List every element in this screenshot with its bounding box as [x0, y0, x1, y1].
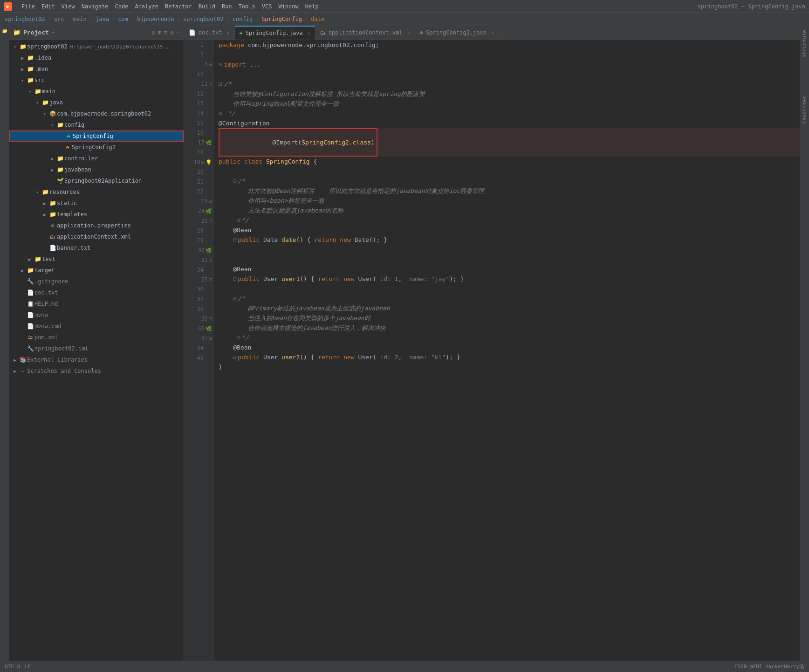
- project-icon[interactable]: 📁: [1, 27, 8, 34]
- tree-item-scratches[interactable]: ▶ ✏ Scratches and Consoles: [9, 365, 184, 377]
- tree-item-src[interactable]: ▾ 📁 src: [9, 75, 184, 86]
- expand-arrow: ▾: [26, 89, 34, 94]
- tree-item-main[interactable]: ▾ 📁 main: [9, 86, 184, 97]
- expand-icon[interactable]: ⊞: [158, 29, 161, 36]
- tree-item-templates[interactable]: ▶ 📁 templates: [9, 209, 184, 220]
- tree-item-pkg[interactable]: ▾ 📦 com.bjpowernode.springboot02: [9, 108, 184, 119]
- menu-refactor[interactable]: Refactor: [165, 3, 192, 10]
- tree-item-config[interactable]: ▾ 📁 config: [9, 119, 184, 130]
- tree-item-app[interactable]: 🌱 Springboot02Application: [9, 175, 184, 186]
- bc-main[interactable]: main: [73, 16, 87, 22]
- tree-item-idea[interactable]: ▶ 📁 .idea: [9, 52, 184, 63]
- tab-doc-txt[interactable]: 📄 doc.txt ×: [184, 26, 235, 40]
- menu-tools[interactable]: Tools: [239, 3, 255, 10]
- line41-fold[interactable]: ⊟: [233, 352, 237, 362]
- tree-item-app-props[interactable]: ⚙ application.properties: [9, 220, 184, 231]
- tab-springconfig-java[interactable]: ☘ SpringConfig.java ×: [235, 26, 315, 40]
- tree-item-springconfig2[interactable]: ☘ SpringConfig2: [9, 142, 184, 153]
- bc-date[interactable]: date: [311, 16, 324, 22]
- comment-close-39: */: [241, 333, 249, 343]
- menu-build[interactable]: Build: [199, 3, 215, 10]
- menu-analyze[interactable]: Analyze: [135, 3, 158, 10]
- tree-item-gitignore[interactable]: 🔧 .gitignore: [9, 276, 184, 287]
- bc-java[interactable]: java: [96, 16, 109, 22]
- hide-icon[interactable]: —: [177, 29, 180, 36]
- fold-icon-31[interactable]: ⊟: [209, 255, 212, 265]
- line14-fold[interactable]: ⊟: [219, 109, 222, 118]
- bc-src[interactable]: src: [54, 16, 64, 22]
- menu-code[interactable]: Code: [115, 3, 129, 10]
- bc-springconfig[interactable]: SpringConfig: [261, 16, 302, 22]
- bc-bjpowernode[interactable]: bjpowernode: [137, 16, 174, 22]
- bc-com[interactable]: com: [118, 16, 128, 22]
- close-springconfig2-tab[interactable]: ×: [491, 30, 494, 35]
- fold-icon-3[interactable]: ⊟: [209, 60, 212, 69]
- fold-icon-11[interactable]: ⊟: [209, 79, 212, 89]
- bc-springboot02-pkg[interactable]: springboot02: [183, 16, 224, 22]
- menu-view[interactable]: View: [62, 3, 75, 10]
- tree-item-appctx[interactable]: 🗂 applicationContext.xml: [9, 231, 184, 242]
- tree-item-java[interactable]: ▾ 📁 java: [9, 97, 184, 108]
- tree-item-extlib[interactable]: ▶ 📚 External Libraries: [9, 354, 184, 365]
- tree-item-iml[interactable]: 🔧 springboot02.iml: [9, 343, 184, 354]
- tree-item-mvn[interactable]: ▶ 📁 .mvn: [9, 63, 184, 75]
- structure-label[interactable]: Structure: [802, 27, 808, 61]
- fold-icon-39[interactable]: ⊟: [209, 314, 212, 324]
- indent-23: [219, 215, 237, 225]
- settings-icon[interactable]: ⚙: [171, 29, 174, 36]
- line23-fold[interactable]: ⊟: [237, 215, 240, 225]
- tree-item-mvnw[interactable]: 📄 mvnw: [9, 309, 184, 321]
- comment-12: 当前类被@Configuration注解标注 所以当前类就是spring的配置类: [219, 89, 425, 99]
- fold-icon-25[interactable]: ⊟: [209, 216, 212, 226]
- code-content[interactable]: package com.bjpowernode.springboot02.con…: [214, 40, 800, 661]
- tree-item-doc[interactable]: 📄 doc.txt: [9, 287, 184, 298]
- tree-item-springconfig[interactable]: ☘ SpringConfig: [9, 130, 184, 142]
- menu-edit[interactable]: Edit: [41, 3, 55, 10]
- fold-icon-35[interactable]: ⊟: [209, 275, 212, 285]
- tree-item-test[interactable]: ▶ 📁 test: [9, 254, 184, 265]
- tree-label: static: [57, 200, 77, 206]
- menu-run[interactable]: Run: [222, 3, 232, 10]
- tree-item-resources[interactable]: ▾ 📁 resources: [9, 186, 184, 198]
- tab-springconfig2-java[interactable]: ☘ SpringConfig2.java ×: [415, 26, 499, 40]
- code-line-41: ⊟public User user2() { return new User( …: [219, 352, 800, 362]
- line39-fold[interactable]: ⊟: [237, 333, 240, 343]
- favorites-label[interactable]: Favorites: [802, 93, 808, 127]
- project-dropdown-arrow[interactable]: ▾: [52, 30, 55, 35]
- fold-icon-41[interactable]: ⊟: [209, 334, 212, 343]
- tree-item-root[interactable]: ▾ 📁 springboot02 H:\power_node\CD2207\co…: [9, 41, 184, 52]
- bulb-icon-19[interactable]: 💡: [206, 158, 212, 167]
- line35-fold[interactable]: ⊟: [233, 294, 237, 303]
- bc-config[interactable]: config: [233, 16, 253, 22]
- locate-icon[interactable]: ◎: [152, 29, 155, 36]
- menu-file[interactable]: File: [21, 3, 35, 10]
- menu-window[interactable]: Window: [278, 3, 298, 10]
- collapse-icon[interactable]: ⊟: [164, 29, 167, 36]
- bc-springboot02[interactable]: springboot02: [5, 16, 45, 22]
- close-doc-tab[interactable]: ×: [227, 30, 230, 35]
- close-appctx-tab[interactable]: ×: [407, 30, 410, 35]
- line25-fold[interactable]: ⊟: [233, 235, 237, 245]
- code-line-30: @Bean: [219, 264, 800, 274]
- tree-item-mvnwcmd[interactable]: 📄 mvnw.cmd: [9, 321, 184, 332]
- fold-icon-23[interactable]: ⊟: [209, 197, 212, 206]
- tree-item-javabean[interactable]: ▶ 📁 javabean: [9, 164, 184, 175]
- close-springconfig-tab[interactable]: ×: [308, 31, 310, 36]
- line31-fold[interactable]: ⊟: [233, 274, 237, 284]
- tree-item-banner[interactable]: 📄 banner.txt: [9, 242, 184, 254]
- menu-navigate[interactable]: Navigate: [82, 3, 109, 10]
- fold-icon-19[interactable]: ⊟: [201, 158, 205, 167]
- menu-help[interactable]: Help: [305, 3, 319, 10]
- tree-item-static[interactable]: ▶ 📁 static: [9, 198, 184, 209]
- tree-item-controller[interactable]: ▶ 📁 controller: [9, 153, 184, 164]
- tab-applicationcontext-xml[interactable]: 🗂 applicationContext.xml ×: [315, 26, 415, 40]
- tree-item-target[interactable]: ▶ 📁 target: [9, 265, 184, 276]
- line3-fold[interactable]: ⊟: [219, 60, 222, 69]
- menu-vcs[interactable]: VCS: [262, 3, 272, 10]
- line11-fold[interactable]: ⊟: [219, 79, 222, 89]
- tab-bar: 📄 doc.txt × ☘ SpringConfig.java × 🗂 appl…: [184, 25, 800, 40]
- tree-item-helpmd[interactable]: 📋 HELP.md: [9, 298, 184, 309]
- gutter-line-41: 41 ⊟: [184, 334, 214, 343]
- line19-fold[interactable]: ⊟: [233, 176, 237, 186]
- tree-item-pom[interactable]: 🗂 pom.xml: [9, 332, 184, 343]
